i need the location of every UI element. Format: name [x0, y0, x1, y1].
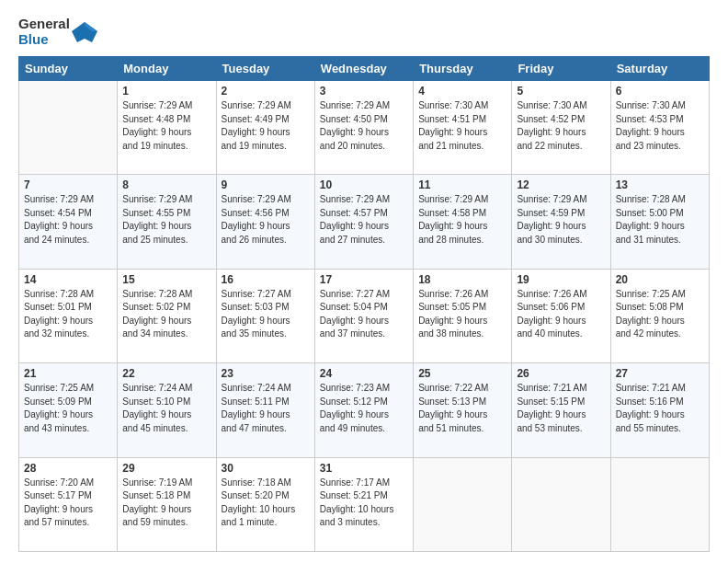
calendar-cell: 4Sunrise: 7:30 AM Sunset: 4:51 PM Daylig… [414, 81, 512, 175]
day-number: 12 [517, 178, 605, 191]
calendar-cell: 13Sunrise: 7:28 AM Sunset: 5:00 PM Dayli… [610, 175, 709, 269]
calendar-week-5: 28Sunrise: 7:20 AM Sunset: 5:17 PM Dayli… [19, 457, 710, 551]
day-number: 5 [517, 85, 605, 98]
day-number: 20 [616, 273, 704, 286]
day-number: 11 [418, 178, 506, 191]
weekday-header-friday: Friday [512, 57, 610, 81]
calendar-cell [512, 457, 610, 551]
day-number: 13 [616, 178, 704, 191]
calendar-header-row: SundayMondayTuesdayWednesdayThursdayFrid… [19, 57, 710, 81]
day-number: 1 [122, 85, 210, 98]
day-info: Sunrise: 7:29 AM Sunset: 4:59 PM Dayligh… [517, 193, 605, 247]
day-info: Sunrise: 7:23 AM Sunset: 5:12 PM Dayligh… [320, 382, 408, 435]
calendar-cell: 31Sunrise: 7:17 AM Sunset: 5:21 PM Dayli… [314, 457, 413, 551]
day-info: Sunrise: 7:29 AM Sunset: 4:49 PM Dayligh… [222, 99, 310, 153]
day-info: Sunrise: 7:26 AM Sunset: 5:06 PM Dayligh… [517, 288, 605, 341]
day-number: 23 [222, 367, 310, 380]
calendar-cell: 11Sunrise: 7:29 AM Sunset: 4:58 PM Dayli… [414, 175, 512, 269]
day-number: 2 [222, 85, 310, 98]
weekday-header-sunday: Sunday [19, 57, 118, 81]
day-number: 19 [517, 273, 605, 286]
day-info: Sunrise: 7:30 AM Sunset: 4:53 PM Dayligh… [616, 99, 704, 153]
calendar-cell: 7Sunrise: 7:29 AM Sunset: 4:54 PM Daylig… [19, 175, 118, 269]
day-info: Sunrise: 7:25 AM Sunset: 5:09 PM Dayligh… [24, 382, 112, 435]
day-number: 18 [418, 273, 506, 286]
day-number: 7 [24, 178, 112, 191]
day-number: 28 [24, 462, 112, 475]
day-info: Sunrise: 7:25 AM Sunset: 5:08 PM Dayligh… [616, 288, 704, 341]
logo-icon [72, 18, 99, 46]
calendar-cell: 23Sunrise: 7:24 AM Sunset: 5:11 PM Dayli… [216, 363, 314, 457]
day-info: Sunrise: 7:28 AM Sunset: 5:02 PM Dayligh… [122, 288, 210, 341]
day-number: 10 [320, 178, 408, 191]
calendar-cell [414, 457, 512, 551]
logo-general-text: General [18, 17, 70, 32]
calendar-cell: 1Sunrise: 7:29 AM Sunset: 4:48 PM Daylig… [118, 81, 216, 175]
day-info: Sunrise: 7:21 AM Sunset: 5:16 PM Dayligh… [616, 382, 704, 435]
calendar-cell: 28Sunrise: 7:20 AM Sunset: 5:17 PM Dayli… [19, 457, 118, 551]
day-number: 25 [418, 367, 506, 380]
day-info: Sunrise: 7:29 AM Sunset: 4:58 PM Dayligh… [418, 193, 506, 247]
page-header: General Blue [18, 17, 710, 47]
day-info: Sunrise: 7:29 AM Sunset: 4:48 PM Dayligh… [122, 99, 210, 153]
day-info: Sunrise: 7:26 AM Sunset: 5:05 PM Dayligh… [418, 288, 506, 341]
calendar-cell: 9Sunrise: 7:29 AM Sunset: 4:56 PM Daylig… [216, 175, 314, 269]
calendar-cell: 17Sunrise: 7:27 AM Sunset: 5:04 PM Dayli… [314, 269, 413, 362]
logo-blue-text: Blue [18, 32, 70, 48]
day-info: Sunrise: 7:21 AM Sunset: 5:15 PM Dayligh… [517, 382, 605, 435]
day-number: 27 [616, 367, 704, 380]
day-number: 21 [24, 367, 112, 380]
calendar-week-2: 7Sunrise: 7:29 AM Sunset: 4:54 PM Daylig… [19, 175, 710, 269]
day-number: 22 [122, 367, 210, 380]
day-info: Sunrise: 7:29 AM Sunset: 4:56 PM Dayligh… [222, 193, 310, 247]
day-info: Sunrise: 7:29 AM Sunset: 4:57 PM Dayligh… [320, 193, 408, 247]
calendar-cell: 8Sunrise: 7:29 AM Sunset: 4:55 PM Daylig… [118, 175, 216, 269]
day-info: Sunrise: 7:30 AM Sunset: 4:52 PM Dayligh… [517, 99, 605, 153]
day-number: 3 [320, 85, 408, 98]
day-info: Sunrise: 7:29 AM Sunset: 4:54 PM Dayligh… [24, 193, 112, 247]
calendar-week-1: 1Sunrise: 7:29 AM Sunset: 4:48 PM Daylig… [19, 81, 710, 175]
day-info: Sunrise: 7:20 AM Sunset: 5:17 PM Dayligh… [24, 477, 112, 530]
weekday-header-monday: Monday [118, 57, 216, 81]
day-number: 15 [122, 273, 210, 286]
calendar-cell: 12Sunrise: 7:29 AM Sunset: 4:59 PM Dayli… [512, 175, 610, 269]
day-info: Sunrise: 7:22 AM Sunset: 5:13 PM Dayligh… [418, 382, 506, 435]
calendar-cell: 2Sunrise: 7:29 AM Sunset: 4:49 PM Daylig… [216, 81, 314, 175]
calendar-cell [610, 457, 709, 551]
calendar-cell: 26Sunrise: 7:21 AM Sunset: 5:15 PM Dayli… [512, 363, 610, 457]
calendar-cell: 3Sunrise: 7:29 AM Sunset: 4:50 PM Daylig… [314, 81, 413, 175]
calendar-cell: 19Sunrise: 7:26 AM Sunset: 5:06 PM Dayli… [512, 269, 610, 362]
day-info: Sunrise: 7:27 AM Sunset: 5:04 PM Dayligh… [320, 288, 408, 341]
weekday-header-tuesday: Tuesday [216, 57, 314, 81]
day-info: Sunrise: 7:29 AM Sunset: 4:50 PM Dayligh… [320, 99, 408, 153]
logo: General Blue [18, 17, 99, 47]
day-number: 6 [616, 85, 704, 98]
day-number: 26 [517, 367, 605, 380]
day-number: 30 [222, 462, 310, 475]
day-number: 9 [222, 178, 310, 191]
weekday-header-wednesday: Wednesday [314, 57, 413, 81]
calendar-cell: 21Sunrise: 7:25 AM Sunset: 5:09 PM Dayli… [19, 363, 118, 457]
weekday-header-saturday: Saturday [610, 57, 709, 81]
calendar-cell: 27Sunrise: 7:21 AM Sunset: 5:16 PM Dayli… [610, 363, 709, 457]
calendar-week-3: 14Sunrise: 7:28 AM Sunset: 5:01 PM Dayli… [19, 269, 710, 362]
calendar-cell: 24Sunrise: 7:23 AM Sunset: 5:12 PM Dayli… [314, 363, 413, 457]
day-info: Sunrise: 7:29 AM Sunset: 4:55 PM Dayligh… [122, 193, 210, 247]
day-info: Sunrise: 7:28 AM Sunset: 5:01 PM Dayligh… [24, 288, 112, 341]
calendar-cell: 22Sunrise: 7:24 AM Sunset: 5:10 PM Dayli… [118, 363, 216, 457]
calendar-cell: 30Sunrise: 7:18 AM Sunset: 5:20 PM Dayli… [216, 457, 314, 551]
calendar-cell: 10Sunrise: 7:29 AM Sunset: 4:57 PM Dayli… [314, 175, 413, 269]
calendar-cell: 18Sunrise: 7:26 AM Sunset: 5:05 PM Dayli… [414, 269, 512, 362]
day-number: 24 [320, 367, 408, 380]
weekday-header-thursday: Thursday [414, 57, 512, 81]
day-info: Sunrise: 7:27 AM Sunset: 5:03 PM Dayligh… [222, 288, 310, 341]
day-info: Sunrise: 7:19 AM Sunset: 5:18 PM Dayligh… [122, 477, 210, 530]
day-info: Sunrise: 7:18 AM Sunset: 5:20 PM Dayligh… [222, 477, 310, 530]
calendar-cell: 14Sunrise: 7:28 AM Sunset: 5:01 PM Dayli… [19, 269, 118, 362]
calendar-cell: 16Sunrise: 7:27 AM Sunset: 5:03 PM Dayli… [216, 269, 314, 362]
day-number: 4 [418, 85, 506, 98]
calendar-week-4: 21Sunrise: 7:25 AM Sunset: 5:09 PM Dayli… [19, 363, 710, 457]
day-number: 16 [222, 273, 310, 286]
day-info: Sunrise: 7:24 AM Sunset: 5:10 PM Dayligh… [122, 382, 210, 435]
day-info: Sunrise: 7:30 AM Sunset: 4:51 PM Dayligh… [418, 99, 506, 153]
